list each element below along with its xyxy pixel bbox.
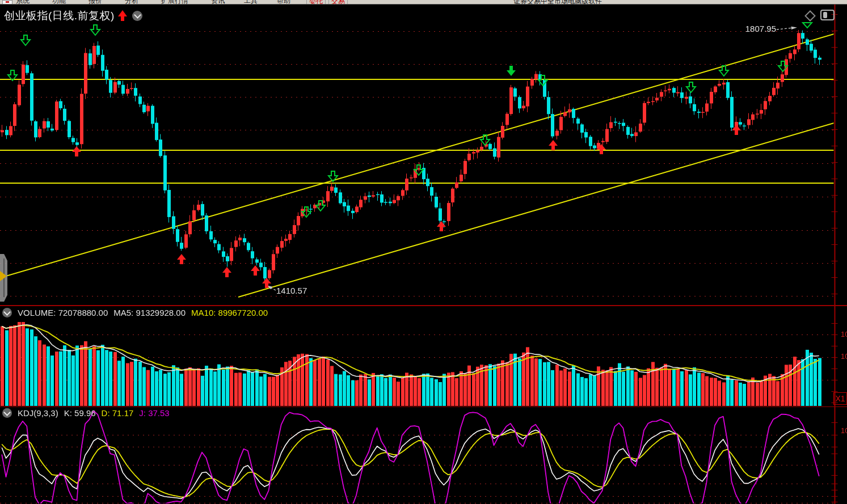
menu-help[interactable]: 帮助 [277,0,290,5]
volume-axis-label: 10 [841,352,847,361]
menu-news[interactable]: 资讯 [211,0,225,5]
menu-trade-button[interactable]: 交易 [328,0,348,5]
chart-canvas[interactable] [0,0,847,504]
app-logo-icon[interactable] [2,0,12,5]
volume-ma5-value: MA5: 91329928.00 [113,308,186,317]
kdj-label: KDJ(9,3,3) [18,408,58,418]
volume-panel-header: VOLUME: 72078880.00 MA5: 91329928.00 MA1… [2,308,268,317]
kdj-k-value: K: 59.96 [64,408,96,418]
x1-scale-badge[interactable]: X1 [833,392,847,405]
kdj-axis-label: 100 [841,426,847,435]
title-collapse-button[interactable] [132,11,142,21]
menu-analysis[interactable]: 分析 [125,0,138,5]
menu-system[interactable]: 系统 [16,0,30,5]
trading-app-window: { "menubar": { "items": ["系统", "功能", "报价… [0,0,847,504]
low-price-label: 1410.57 [276,286,307,295]
chevron-down-icon [134,11,141,19]
menubar-right-text: 证券交易中全市场电脑版软件 [513,0,602,5]
chevron-down-icon [3,308,11,316]
volume-collapse-button[interactable] [2,308,12,317]
trend-up-arrow-icon [118,10,127,22]
menu-tools[interactable]: 工具 [244,0,258,5]
volume-label: VOLUME: 72078880.00 [18,308,108,317]
high-price-label: 1807.95 [726,24,776,33]
kdj-collapse-button[interactable] [2,408,12,418]
layout-toggle-button[interactable] [820,10,835,20]
menu-quote[interactable]: 报价 [89,0,102,5]
menu-extended[interactable]: 扩展行情 [161,0,188,5]
trendline-anchor-icon [0,271,7,281]
chart-title: 创业板指(日线.前复权) [4,9,115,23]
kdj-j-value: J: 37.53 [139,408,169,418]
layout-pane-icon [823,12,827,18]
kdj-d-value: D: 71.17 [102,408,134,418]
chevron-down-icon [3,409,11,416]
menubar: 系统 功能 报价 分析 扩展行情 资讯 工具 帮助 委托 交易 证券交易中全市场… [0,0,847,5]
menu-entrust-button[interactable]: 委托 [306,0,326,5]
kdj-panel-header: KDJ(9,3,3) K: 59.96 D: 71.17 J: 37.53 [2,408,170,418]
volume-axis-label: 10 [841,330,847,338]
menu-function[interactable]: 功能 [52,0,66,5]
volume-ma10-value: MA10: 89967720.00 [191,308,268,317]
